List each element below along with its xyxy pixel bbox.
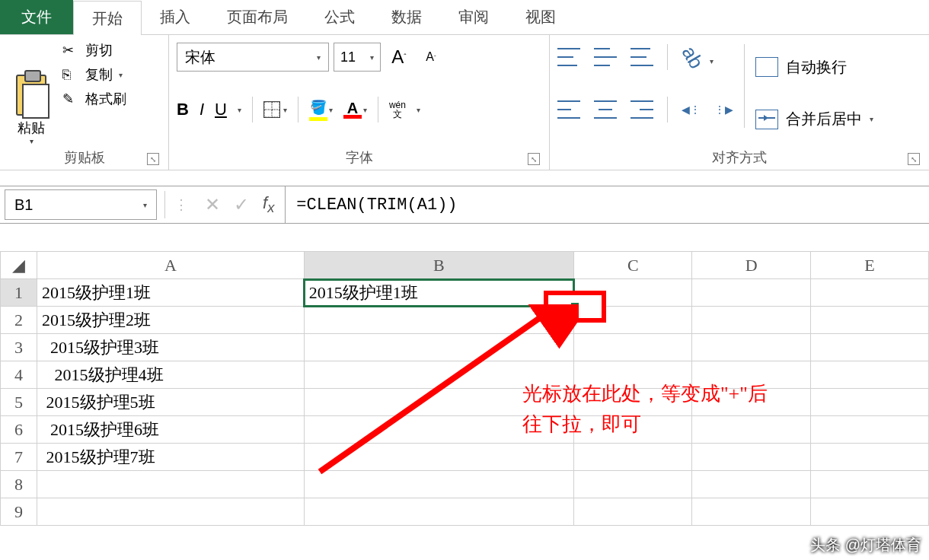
paint-bucket-icon: 🪣 — [310, 99, 327, 116]
name-box[interactable]: B1 ▾ — [5, 189, 157, 220]
cell-D1[interactable] — [692, 279, 810, 307]
cell-E1[interactable] — [810, 279, 928, 307]
ribbon: 粘贴 ▾ ✂ 剪切 ⎘ 复制 ▾ ✎ 格式刷 剪贴板 — [0, 35, 929, 170]
formula-input[interactable]: =CLEAN(TRIM(A1)) — [285, 186, 929, 223]
grid[interactable]: ◢ A B C D E 1 2015级护理1班 2015级护理1班 22015级… — [0, 251, 929, 526]
col-header-C[interactable]: C — [574, 252, 692, 279]
paste-button[interactable]: 粘贴 ▾ — [8, 41, 55, 145]
fill-handle-callout — [544, 291, 606, 323]
clipboard-dialog-launcher[interactable]: ⤡ — [147, 153, 159, 165]
row-header-4[interactable]: 4 — [1, 361, 37, 389]
annotation-line2: 往下拉，即可 — [522, 409, 768, 440]
underline-button[interactable]: U — [215, 100, 227, 119]
paste-label: 粘贴 — [18, 119, 45, 137]
brush-icon: ✎ — [62, 91, 79, 107]
copy-label: 复制 — [85, 65, 113, 84]
cut-button[interactable]: ✂ 剪切 — [62, 41, 126, 59]
row-header-8[interactable]: 8 — [1, 471, 37, 498]
cell-reference: B1 — [14, 196, 33, 214]
cell-B1[interactable]: 2015级护理1班 — [304, 279, 574, 307]
formula-bar: B1 ▾ ⋮ ✕ ✓ fx =CLEAN(TRIM(A1)) — [0, 186, 929, 224]
align-left-button[interactable] — [557, 100, 580, 119]
tab-home[interactable]: 开始 — [73, 1, 142, 35]
font-color-button[interactable]: A ▾ — [343, 101, 367, 119]
row-header-5[interactable]: 5 — [1, 389, 37, 416]
orientation-icon: ab — [677, 42, 708, 73]
phonetic-guide-button[interactable]: wén 文 — [389, 100, 406, 119]
font-group-label: 字体 ⤡ — [177, 145, 541, 167]
tab-page-layout[interactable]: 页面布局 — [209, 0, 306, 34]
merge-icon — [755, 110, 778, 129]
tab-file[interactable]: 文件 — [0, 0, 73, 34]
font-size-select[interactable]: 11▾ — [334, 43, 381, 72]
col-header-D[interactable]: D — [692, 252, 810, 279]
fx-icon[interactable]: fx — [263, 193, 274, 216]
cell-A1[interactable]: 2015级护理1班 — [37, 279, 305, 307]
font-size-value: 11 — [340, 49, 356, 65]
cell-A7[interactable]: 2015级护理7班 — [37, 444, 305, 471]
col-header-B[interactable]: B — [304, 252, 574, 279]
col-header-E[interactable]: E — [810, 252, 928, 279]
annotation-text: 光标放在此处，等变成"+"后 往下拉，即可 — [522, 379, 768, 440]
row-header-9[interactable]: 9 — [1, 498, 37, 526]
row-header-6[interactable]: 6 — [1, 416, 37, 444]
tab-review[interactable]: 审阅 — [440, 0, 507, 34]
scissors-icon: ✂ — [62, 42, 79, 59]
cell-A5[interactable]: 2015级护理5班 — [37, 389, 305, 416]
orientation-button[interactable]: ab▾ — [682, 46, 714, 69]
format-painter-button[interactable]: ✎ 格式刷 — [62, 90, 126, 108]
select-all-corner[interactable]: ◢ — [1, 252, 37, 279]
clipboard-icon — [16, 75, 46, 116]
cell-A4[interactable]: 2015级护理4班 — [37, 361, 305, 389]
formula-text: =CLEAN(TRIM(A1)) — [296, 196, 457, 215]
wrap-text-label: 自动换行 — [786, 57, 847, 78]
row-header-1[interactable]: 1 — [1, 279, 37, 307]
alignment-dialog-launcher[interactable]: ⤡ — [908, 153, 920, 165]
align-middle-button[interactable] — [594, 48, 617, 66]
cell-A3[interactable]: 2015级护理3班 — [37, 334, 305, 361]
cut-label: 剪切 — [85, 41, 113, 59]
tab-insert[interactable]: 插入 — [142, 0, 209, 34]
watermark: 头条 @灯塔体育 — [810, 535, 921, 555]
cell-B2[interactable] — [304, 307, 574, 334]
bold-button[interactable]: B — [177, 100, 189, 119]
fill-handle-icon — [571, 303, 579, 310]
borders-button[interactable]: ▾ — [263, 101, 287, 118]
increase-indent-button[interactable]: ⋮▶ — [714, 103, 733, 116]
col-header-A[interactable]: A — [37, 252, 305, 279]
tab-view[interactable]: 视图 — [507, 0, 574, 34]
wrap-text-button[interactable]: 自动换行 — [755, 51, 873, 83]
tab-formulas[interactable]: 公式 — [306, 0, 373, 34]
cell-A6[interactable]: 2015级护理6班 — [37, 416, 305, 444]
merge-center-button[interactable]: 合并后居中 ▾ — [755, 103, 873, 135]
decrease-indent-button[interactable]: ◀⋮ — [682, 103, 701, 116]
italic-button[interactable]: I — [200, 100, 204, 119]
align-bottom-button[interactable] — [631, 48, 653, 66]
cell-A2[interactable]: 2015级护理2班 — [37, 307, 305, 334]
merge-label: 合并后居中 — [786, 109, 862, 129]
alignment-group-label: 对齐方式 ⤡ — [557, 145, 921, 167]
border-icon — [263, 101, 280, 118]
row-header-3[interactable]: 3 — [1, 334, 37, 361]
row-header-7[interactable]: 7 — [1, 444, 37, 471]
align-center-button[interactable] — [594, 100, 617, 119]
cancel-formula-button[interactable]: ✕ — [205, 194, 220, 215]
fill-color-button[interactable]: 🪣 ▾ — [309, 99, 333, 121]
font-family-select[interactable]: 宋体▾ — [177, 43, 329, 72]
decrease-font-button[interactable]: Aˇ — [417, 43, 445, 72]
font-dialog-launcher[interactable]: ⤡ — [528, 153, 540, 165]
font-color-icon: A — [347, 101, 358, 115]
align-right-button[interactable] — [631, 100, 653, 119]
ribbon-tab-bar: 文件 开始 插入 页面布局 公式 数据 审阅 视图 — [0, 0, 929, 35]
enter-formula-button[interactable]: ✓ — [234, 194, 249, 215]
copy-button[interactable]: ⎘ 复制 ▾ — [62, 65, 126, 84]
increase-font-button[interactable]: Aˆ — [385, 43, 413, 72]
row-header-2[interactable]: 2 — [1, 307, 37, 334]
align-top-button[interactable] — [557, 48, 580, 66]
wrap-text-icon — [755, 57, 778, 77]
tab-data[interactable]: 数据 — [373, 0, 440, 34]
format-painter-label: 格式刷 — [85, 90, 126, 108]
font-family-value: 宋体 — [185, 47, 215, 68]
paste-dropdown[interactable]: ▾ — [30, 137, 34, 145]
copy-icon: ⎘ — [62, 67, 79, 83]
